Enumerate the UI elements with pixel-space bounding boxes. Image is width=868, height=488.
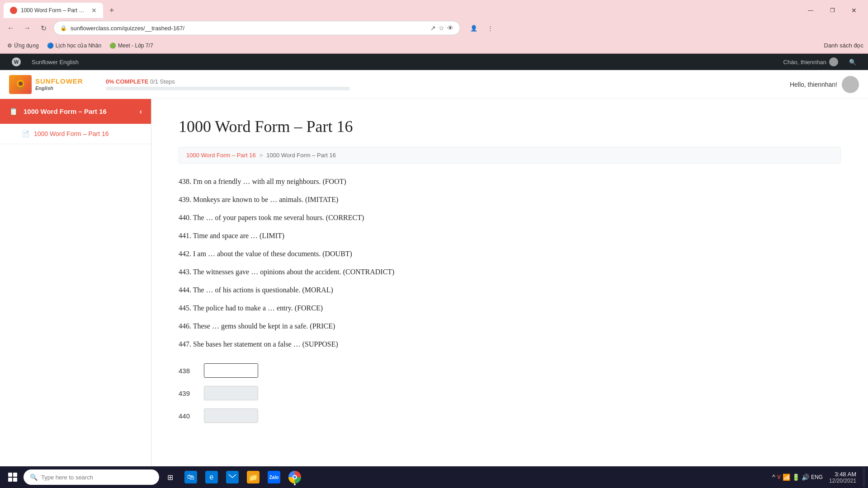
sidebar-subitem[interactable]: 📄 1000 Word Form – Part 16 [0, 124, 151, 144]
more-button[interactable]: ⋮ [484, 22, 496, 34]
taskbar-app-ie[interactable]: e [202, 467, 222, 487]
wp-user-greeting[interactable]: Chào, thiennhan [778, 54, 844, 70]
sidebar: 📋 1000 Word Form – Part 16 ‹ 📄 1000 Word… [0, 99, 151, 467]
progress-pct: 0% COMPLETE [106, 78, 149, 85]
sidebar-subitem-icon: 📄 [22, 130, 29, 137]
question-item-438: 438. I'm on a friendly … with all my nei… [179, 176, 841, 187]
battery-icon[interactable]: 🔋 [792, 474, 800, 481]
q-text-446: These … gems should be kept in a safe. (… [193, 322, 335, 330]
question-item-439: 439. Monkeys are known to be … animals. … [179, 194, 841, 205]
tab-bar: 1000 Word Form – Part 16 – Sun… ✕ + — ❐ … [0, 0, 868, 18]
tab-favicon [10, 7, 17, 14]
chrome-icon [288, 471, 301, 483]
store-icon: 🛍 [184, 471, 197, 483]
breadcrumb-part2: 1000 Word Form – Part 16 [266, 152, 336, 159]
q-text-441: Time and space are … (LIMIT) [193, 232, 284, 239]
profile-icon[interactable]: 👤 [467, 22, 480, 34]
show-desktop-button[interactable] [863, 467, 865, 487]
taskbar-app-chrome[interactable] [285, 467, 305, 487]
question-item-444: 444. The … of his actions is questionabl… [179, 285, 841, 296]
progress-steps: 0/1 Steps [150, 78, 175, 85]
search-placeholder: Type here to search [41, 474, 93, 481]
answer-num-440: 440 [179, 412, 197, 420]
address-bar-icons: ↗ ☆ 👁 [430, 24, 453, 32]
content-area: 1000 Word Form – Part 16 1000 Word Form … [151, 99, 868, 467]
ie-icon: e [205, 471, 218, 483]
breadcrumb-part1[interactable]: 1000 Word Form – Part 16 [186, 152, 256, 159]
sidebar-active-icon: 📋 [9, 107, 18, 116]
answer-row-440: 440 [179, 408, 841, 423]
q-num-443: 443. [179, 268, 191, 276]
taskbar: 🔍 Type here to search ⊞ 🛍 e 📁 Zalo [0, 466, 868, 488]
wp-site-name[interactable]: Sunflower English [26, 54, 84, 70]
active-tab[interactable]: 1000 Word Form – Part 16 – Sun… ✕ [4, 3, 103, 18]
q-text-439: Monkeys are known to be … animals. (IMIT… [193, 196, 338, 203]
extensions-icon[interactable]: 👁 [447, 24, 453, 32]
question-list: 438. I'm on a friendly … with all my nei… [179, 176, 841, 350]
breadcrumb-separator: > [259, 152, 263, 159]
question-item-441: 441. Time and space are … (LIMIT) [179, 230, 841, 241]
taskbar-app-mail[interactable] [222, 467, 242, 487]
taskbar-search-bar[interactable]: 🔍 Type here to search [24, 469, 159, 485]
share-icon[interactable]: ↗ [430, 24, 436, 32]
close-button[interactable]: ✕ [844, 3, 864, 18]
q-num-441: 441. [179, 232, 191, 239]
user-avatar-small [829, 57, 838, 66]
progress-label: 0% COMPLETE 0/1 Steps [106, 78, 350, 85]
wp-admin-bar-right: Chào, thiennhan 🔍 [778, 54, 862, 70]
bookmark-apps[interactable]: ⚙ Ứng dụng [5, 41, 42, 50]
wp-logo-item[interactable]: W [6, 54, 26, 70]
logo-bot: English [35, 85, 83, 91]
forward-button[interactable]: → [21, 22, 33, 34]
sunflower-logo[interactable]: 🌻 SUNFLOWER English [9, 75, 83, 94]
back-button[interactable]: ← [5, 22, 17, 34]
answer-input-438[interactable] [204, 363, 258, 378]
bookmark-meet[interactable]: 🟢 Meet - Lớp 7/7 [107, 41, 156, 50]
refresh-button[interactable]: ↻ [37, 22, 50, 34]
restore-button[interactable]: ❐ [822, 3, 843, 18]
q-text-440: The … of your papers took me several hou… [193, 214, 364, 221]
notification-icon[interactable]: V [777, 474, 781, 480]
active-indicator [294, 483, 296, 485]
address-right-buttons: 👤 ⋮ [467, 22, 496, 34]
sidebar-active-item[interactable]: 📋 1000 Word Form – Part 16 ‹ [0, 99, 151, 124]
q-text-442: I am … about the value of these document… [193, 250, 352, 258]
taskbar-app-zalo[interactable]: Zalo [264, 467, 284, 487]
tab-close-button[interactable]: ✕ [91, 7, 97, 14]
taskbar-app-store[interactable]: 🛍 [181, 467, 201, 487]
wifi-icon[interactable]: 📶 [783, 474, 790, 481]
course-header: 🌻 SUNFLOWER English 0% COMPLETE 0/1 Step… [0, 70, 868, 99]
q-num-444: 444. [179, 286, 191, 294]
new-tab-button[interactable]: + [106, 4, 118, 17]
bookmarks-bar: ⚙ Ứng dụng 🔵 Lịch học của Nhân 🟢 Meet - … [0, 38, 868, 53]
browser-chrome: 1000 Word Form – Part 16 – Sun… ✕ + — ❐ … [0, 0, 868, 54]
sidebar-subitem-label: 1000 Word Form – Part 16 [34, 130, 108, 137]
chevron-tray-icon[interactable]: ^ [772, 474, 775, 481]
start-button[interactable] [3, 467, 23, 487]
address-bar[interactable]: 🔒 sunflowerclass.com/quizzes/__trashed-1… [53, 21, 460, 35]
breadcrumb-bar: 1000 Word Form – Part 16 > 1000 Word For… [179, 147, 841, 164]
lang-label[interactable]: ENG [811, 474, 823, 480]
search-icon: 🔍 [30, 474, 38, 481]
task-view-button[interactable]: ⊞ [160, 467, 180, 487]
reading-list-label[interactable]: Danh sách đọc [824, 42, 864, 49]
avatar[interactable] [842, 76, 859, 93]
answer-input-440[interactable] [204, 408, 258, 423]
schedule-icon: 🔵 [47, 42, 54, 49]
taskbar-app-folder[interactable]: 📁 [243, 467, 263, 487]
wp-search-button[interactable]: 🔍 [844, 54, 862, 70]
progress-section: 0% COMPLETE 0/1 Steps [92, 78, 363, 90]
bookmark-schedule[interactable]: 🔵 Lịch học của Nhân [44, 41, 104, 50]
star-icon[interactable]: ☆ [439, 24, 444, 32]
clock-area[interactable]: 3:48 AM 12/20/2021 [826, 471, 860, 484]
q-num-445: 445. [179, 304, 191, 312]
q-num-440: 440. [179, 214, 191, 221]
url-text: sunflowerclass.com/quizzes/__trashed-167… [71, 25, 427, 32]
minimize-button[interactable]: — [800, 3, 821, 18]
clock-date: 12/20/2021 [829, 478, 856, 484]
wp-logo-circle: W [12, 57, 21, 66]
volume-icon[interactable]: 🔊 [802, 474, 809, 481]
answer-input-439[interactable] [204, 386, 258, 400]
logo-top: SUNFLOWER [35, 78, 83, 85]
q-text-445: The police had to make a … entry. (FORCE… [193, 304, 323, 312]
